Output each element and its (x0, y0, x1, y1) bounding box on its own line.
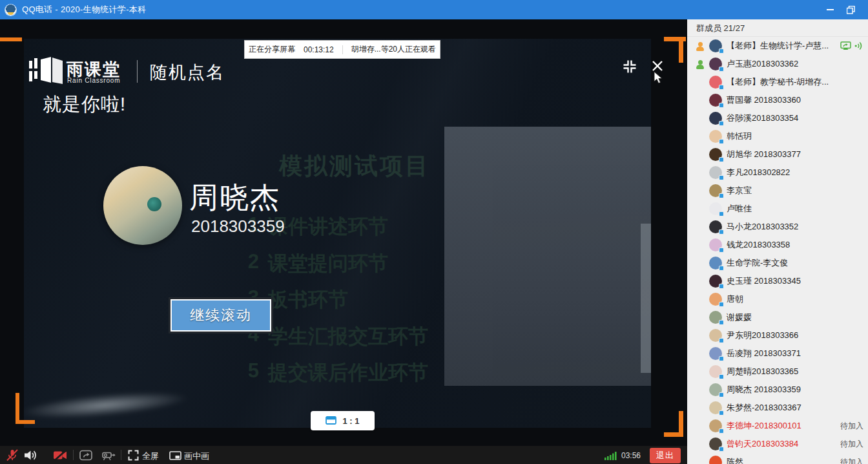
speaker-button[interactable] (23, 449, 38, 461)
member-row[interactable]: 曾钧天2018303384 待加入 (687, 435, 868, 453)
member-avatar (709, 76, 722, 89)
member-row[interactable]: 【老师】生物统计学-卢慧... (687, 37, 868, 55)
restore-button[interactable] (841, 0, 860, 19)
member-avatar (709, 419, 722, 432)
mobile-online-badge (719, 248, 724, 253)
slide-item-text: 课堂提问环节 (268, 250, 388, 277)
mobile-online-badge (719, 410, 724, 416)
ratio-1-1-button[interactable]: 1 : 1 (311, 411, 375, 430)
picked-student-name: 周晓杰 (189, 178, 280, 217)
mobile-online-badge (719, 392, 724, 397)
member-row[interactable]: 唐朝 (687, 290, 868, 308)
mobile-online-badge (719, 284, 724, 289)
member-row[interactable]: 韩恬玥 (687, 127, 868, 145)
member-row[interactable]: 谢媛媛 (687, 308, 868, 326)
camera-off-button[interactable] (53, 450, 68, 461)
member-row[interactable]: 卢玉惠2018303362 (687, 55, 868, 73)
member-row[interactable]: 史玉瑾 2018303345 (687, 272, 868, 290)
member-name: 胡旭华 2018303377 (727, 149, 801, 160)
member-row[interactable]: 李京宝 (687, 182, 868, 200)
rain-classroom-logo-icon (29, 57, 65, 85)
sharing-duration: 00:13:12 (304, 45, 334, 54)
presentation-share-button[interactable] (101, 450, 116, 461)
member-row[interactable]: 胡旭华 2018303377 (687, 145, 868, 163)
member-row[interactable]: 马小龙2018303352 (687, 218, 868, 236)
slide-title: 模拟测试项目 (279, 151, 430, 182)
member-name: 陈然 (727, 456, 743, 464)
toolbar-divider (121, 450, 121, 460)
member-name: 岳凌翔 2018303371 (727, 348, 801, 359)
fullscreen-icon[interactable] (128, 450, 139, 461)
member-row[interactable]: 李德坤-2018300101 待加入 (687, 417, 868, 435)
rollcall-title: 随机点名 (150, 61, 225, 84)
mobile-online-badge (719, 211, 724, 216)
member-row[interactable]: 【老师】教学秘书-胡增存... (687, 73, 868, 91)
slide-item-text: 课件讲述环节 (268, 213, 388, 240)
member-name: 尹东明2018303366 (727, 330, 798, 341)
slide-list-item: 5 提交课后作业环节 (243, 359, 428, 386)
call-duration: 03:56 (621, 451, 641, 460)
member-name: 钱龙2018303358 (727, 239, 790, 251)
waiting-label: 待加入 (840, 439, 863, 450)
member-name: 【老师】生物统计学-卢慧... (727, 40, 829, 52)
member-row[interactable]: 李凡2018302822 (687, 163, 868, 182)
rain-classroom-name-en: Rain Classroom (67, 77, 120, 84)
sharing-banner: 正在分享屏幕 00:13:12 胡增存...等20人正在观看 (244, 40, 440, 59)
member-count-header: 群成员 21/27 (687, 19, 868, 37)
member-avatar (709, 166, 722, 179)
mobile-online-badge (719, 103, 724, 108)
mobile-online-badge (719, 374, 724, 379)
member-name: 曹国馨 2018303360 (727, 94, 801, 106)
brand-divider (137, 60, 138, 83)
member-row[interactable]: 陈然 待加入 (687, 453, 868, 464)
member-row[interactable]: 周晓杰 2018303359 (687, 381, 868, 399)
mobile-online-badge (719, 48, 724, 54)
mobile-online-badge (719, 157, 724, 162)
minimize-button[interactable] (820, 0, 840, 19)
continue-scroll-button[interactable]: 继续滚动 (170, 299, 271, 332)
sharing-status: 正在分享屏幕 (249, 44, 295, 55)
member-name: 周楚晴2018303365 (727, 366, 798, 377)
member-row[interactable]: 谷陟溪2018303354 (687, 109, 868, 127)
mobile-online-badge (719, 67, 724, 72)
member-name: 李德坤-2018300101 (727, 420, 801, 432)
share-window-button[interactable] (79, 450, 92, 461)
microphone-muted-button[interactable] (5, 449, 19, 461)
fullscreen-button[interactable]: 全屏 (142, 450, 159, 462)
mobile-online-badge (719, 320, 724, 325)
member-row[interactable]: 生命学院-李文俊 (687, 254, 868, 272)
capture-corner-bottomright-h (664, 432, 683, 437)
member-avatar (709, 401, 722, 414)
mobile-online-badge (719, 302, 724, 307)
member-row[interactable]: 尹东明2018303366 (687, 326, 868, 344)
member-row[interactable]: 曹国馨 2018303360 (687, 91, 868, 109)
slide-item-text: 学生汇报交互环节 (268, 323, 428, 350)
pip-button[interactable]: 画中画 (184, 450, 209, 462)
member-avatar (709, 130, 722, 143)
qq-call-window: QQ电话 - 2020-生物统计学-本科 模拟测试项目 1 课件讲述环节 2 课… (0, 0, 868, 464)
window-titlebar: QQ电话 - 2020-生物统计学-本科 (0, 0, 868, 19)
member-row[interactable]: 朱梦然-2018303367 (687, 399, 868, 417)
member-name: 马小龙2018303352 (727, 221, 798, 233)
member-avatar (709, 58, 722, 70)
mobile-online-badge (719, 193, 724, 198)
member-name: 生命学院-李文俊 (727, 257, 788, 269)
member-row[interactable]: 周楚晴2018303365 (687, 363, 868, 381)
compress-view-button[interactable] (622, 59, 637, 77)
compress-icon (622, 59, 637, 74)
member-avatar (709, 39, 722, 52)
member-avatar (709, 257, 722, 269)
member-avatar (709, 112, 722, 125)
member-row[interactable]: 钱龙2018303358 (687, 236, 868, 254)
mouse-cursor (654, 71, 663, 85)
member-name: 【老师】教学秘书-胡增存... (727, 76, 829, 88)
member-avatar (709, 184, 722, 197)
sharing-viewers: 胡增存...等20人正在观看 (351, 44, 436, 55)
mobile-online-badge (719, 356, 724, 361)
pip-icon[interactable] (169, 451, 181, 460)
exit-call-button[interactable]: 退出 (650, 448, 681, 463)
member-row[interactable]: 卢唯佳 (687, 200, 868, 218)
member-name: 唐朝 (727, 293, 743, 305)
member-row[interactable]: 岳凌翔 2018303371 (687, 344, 868, 363)
sharing-screen-icon (840, 41, 851, 50)
